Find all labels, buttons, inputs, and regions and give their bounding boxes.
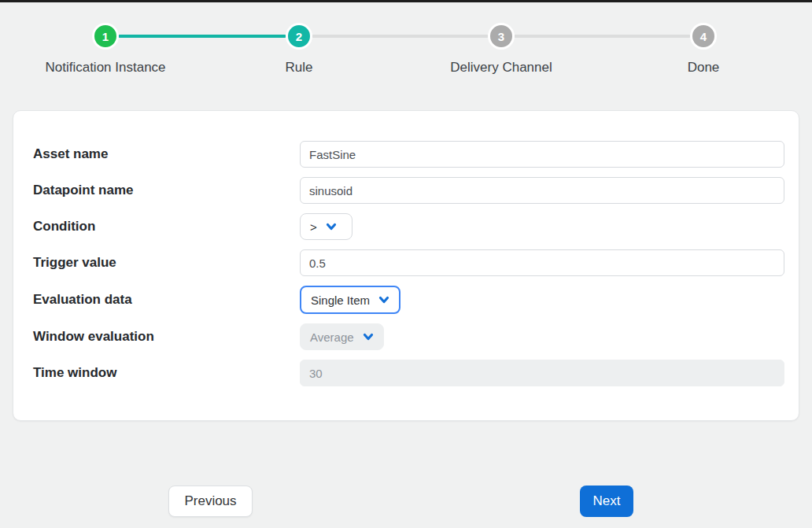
window-evaluation-label: Window evaluation bbox=[33, 329, 300, 345]
form-row-trigger-value: Trigger value bbox=[33, 249, 784, 276]
chevron-down-icon bbox=[363, 331, 374, 342]
time-window-input bbox=[300, 360, 784, 386]
form-row-asset-name: Asset name bbox=[33, 141, 784, 168]
previous-button[interactable]: Previous bbox=[168, 486, 253, 517]
step-label-notification-instance: Notification Instance bbox=[45, 60, 165, 76]
evaluation-data-label: Evaluation data bbox=[33, 292, 300, 308]
chevron-down-icon bbox=[326, 221, 337, 232]
condition-select[interactable]: > bbox=[300, 213, 352, 240]
step-circle-rule[interactable]: 2 bbox=[286, 23, 312, 50]
step-label-done: Done bbox=[688, 60, 720, 76]
trigger-value-input[interactable] bbox=[300, 249, 784, 276]
step-circle-delivery-channel[interactable]: 3 bbox=[488, 23, 515, 50]
asset-name-input[interactable] bbox=[300, 141, 784, 168]
window-evaluation-select: Average bbox=[300, 323, 384, 350]
condition-label: Condition bbox=[33, 219, 300, 234]
datapoint-name-label: Datapoint name bbox=[33, 183, 300, 198]
stepper-connector-1-2 bbox=[118, 35, 286, 38]
form-row-window-evaluation: Window evaluation Average bbox=[33, 323, 784, 350]
stepper-connector-3-4 bbox=[514, 35, 691, 38]
step-label-rule: Rule bbox=[286, 60, 313, 76]
form-row-time-window: Time window bbox=[33, 360, 784, 386]
evaluation-data-select[interactable]: Single Item bbox=[300, 286, 400, 314]
form-row-condition: Condition > bbox=[33, 213, 784, 240]
step-label-delivery-channel: Delivery Channel bbox=[450, 60, 552, 76]
trigger-value-label: Trigger value bbox=[33, 255, 300, 271]
next-button[interactable]: Next bbox=[580, 486, 633, 517]
step-circle-notification-instance[interactable]: 1 bbox=[92, 23, 119, 50]
stepper-connector-2-3 bbox=[312, 35, 489, 38]
form-row-datapoint-name: Datapoint name bbox=[33, 177, 784, 204]
step-circle-done[interactable]: 4 bbox=[690, 23, 717, 50]
datapoint-name-input[interactable] bbox=[300, 177, 784, 204]
chevron-down-icon bbox=[378, 294, 389, 305]
asset-name-label: Asset name bbox=[33, 146, 300, 162]
wizard-stepper: 1 2 3 4 Notification Instance Rule Deliv… bbox=[0, 0, 812, 94]
condition-select-value: > bbox=[310, 220, 317, 234]
evaluation-data-select-value: Single Item bbox=[311, 294, 370, 307]
rule-form-card: Asset name Datapoint name Condition > Tr… bbox=[13, 110, 799, 421]
window-evaluation-select-value: Average bbox=[310, 330, 354, 344]
time-window-label: Time window bbox=[33, 365, 300, 381]
form-row-evaluation-data: Evaluation data Single Item bbox=[33, 286, 784, 314]
